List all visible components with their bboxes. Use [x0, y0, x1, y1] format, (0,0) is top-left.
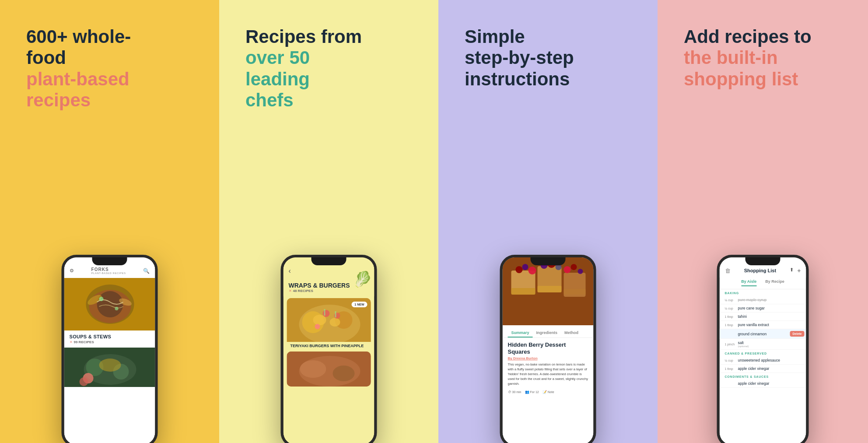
phone-4-section-condiments: CONDIMENTS & SAUCES — [720, 373, 806, 380]
phone-3-wrapper: Summary Ingredients Method Hidden Berry … — [438, 255, 658, 443]
svg-point-6 — [99, 297, 104, 301]
phone-4-tab-recipe[interactable]: By Recipe — [765, 279, 784, 286]
svg-point-29 — [333, 366, 355, 381]
phone-4: 🗑 Shopping List ⬆ + By Aisle By Recipe B… — [717, 255, 809, 443]
svg-point-14 — [80, 377, 88, 386]
phone-4-title: Shopping List — [744, 268, 776, 273]
phone-3-hero-svg — [503, 257, 594, 325]
phone-4-add-icon[interactable]: + — [797, 267, 801, 274]
panel-1: 600+ whole-food plant-based recipes ⚙ FO… — [0, 0, 219, 443]
svg-point-12 — [99, 359, 121, 372]
phone-3: Summary Ingredients Method Hidden Berry … — [500, 255, 596, 443]
svg-point-34 — [516, 266, 523, 273]
list-item: 1 tbsp tahini — [720, 313, 806, 321]
phone-3-note-icon: 📝 — [542, 390, 547, 394]
phone-4-section-baking: BAKING — [720, 289, 806, 296]
phone-3-meta-servings: 👥 For 12 — [525, 390, 539, 394]
phone-2-wrapper: ‹ 🥬 WRAPS & BURGERS ✕ 48 RECIPES — [219, 255, 438, 443]
phone-2-recipe-card-1[interactable]: 1 NEW TERIYAKI BURGERS WITH PINEAPPLE — [287, 298, 371, 350]
svg-rect-44 — [538, 286, 562, 292]
phone-3-recipe-author[interactable]: By Dreena Burton — [508, 356, 588, 360]
phone-2: ‹ 🥬 WRAPS & BURGERS ✕ 48 RECIPES — [281, 255, 377, 443]
svg-point-28 — [300, 360, 326, 378]
phone-1-category-1-sub: ✕ 99 RECIPES — [64, 340, 155, 348]
phone-3-people-icon: 👥 — [525, 390, 529, 394]
panel-2: Recipes from over 50 leading chefs ‹ 🥬 W… — [219, 0, 438, 443]
phone-2-screen: ‹ 🥬 WRAPS & BURGERS ✕ 48 RECIPES — [284, 257, 374, 443]
phone-4-header-icons: ⬆ + — [790, 267, 801, 274]
phone-2-recipe-img-2 — [287, 352, 371, 387]
phone-2-recipe-name-1: TERIYAKI BURGERS WITH PINEAPPLE — [287, 342, 371, 350]
phone-1-food-svg — [64, 278, 155, 330]
panel-4-headline: Add recipes to the built-in shopping lis… — [684, 26, 815, 90]
svg-rect-43 — [511, 288, 536, 295]
phone-3-content: Hidden Berry Dessert Squares By Dreena B… — [503, 338, 594, 397]
phone-1-category-1: SOUPS & STEWS — [64, 330, 155, 340]
svg-rect-24 — [324, 309, 326, 316]
list-item: apple cider vinegar — [720, 380, 806, 388]
phone-1-notch — [92, 257, 127, 265]
panel-3-headline: Simple step-by-step instructions — [465, 26, 596, 90]
phone-3-tab-summary[interactable]: Summary — [508, 329, 533, 338]
phone-1-food-image-2 — [64, 348, 155, 387]
phone-1-screen: ⚙ FORKS PLANT-BASED RECIPES 🔍 — [64, 257, 155, 443]
svg-point-21 — [323, 310, 330, 317]
phone-2-cat-sub: ✕ 48 RECIPES — [289, 289, 369, 293]
phone-1-logo: FORKS PLANT-BASED RECIPES — [91, 267, 126, 274]
list-item: 1 tbsp apple cider vinegar — [720, 365, 806, 373]
phone-3-recipe-title: Hidden Berry Dessert Squares — [508, 341, 588, 355]
svg-point-36 — [528, 267, 536, 274]
phone-4-delete-button[interactable]: Delete — [790, 331, 804, 337]
phone-2-recipe-svg-2 — [287, 352, 371, 387]
phone-4-wrapper: 🗑 Shopping List ⬆ + By Aisle By Recipe B… — [658, 255, 868, 443]
svg-point-23 — [315, 324, 320, 329]
phone-2-veg-illustration: 🥬 — [353, 271, 372, 288]
list-item: 1 tbsp pure vanilla extract — [720, 321, 806, 329]
phone-4-trash-icon[interactable]: 🗑 — [725, 267, 731, 274]
svg-point-40 — [564, 266, 571, 273]
phone-3-meta-time: ⏱ 30 min — [508, 390, 522, 394]
svg-rect-25 — [335, 311, 336, 317]
phone-3-meta: ⏱ 30 min 👥 For 12 📝 Note — [508, 390, 588, 394]
phone-3-screen: Summary Ingredients Method Hidden Berry … — [503, 257, 594, 443]
panel-3: Simple step-by-step instructions — [438, 0, 658, 443]
list-item-ground-cinnamon: ground cinnamon Delete — [720, 329, 806, 339]
phone-1: ⚙ FORKS PLANT-BASED RECIPES 🔍 — [62, 255, 158, 443]
phone-4-notch — [746, 257, 780, 265]
svg-point-7 — [115, 307, 119, 310]
panel-1-headline: 600+ whole-food plant-based recipes — [26, 26, 158, 111]
phone-4-share-icon[interactable]: ⬆ — [790, 267, 794, 274]
svg-point-20 — [330, 318, 340, 327]
phone-4-tab-aisle[interactable]: By Aisle — [741, 279, 756, 286]
phone-3-notch — [531, 257, 566, 265]
phone-3-tab-ingredients[interactable]: Ingredients — [533, 329, 561, 338]
svg-point-41 — [571, 264, 577, 270]
phone-4-section-canned: CANNED & PRESERVED — [720, 350, 806, 356]
panel-4: Add recipes to the built-in shopping lis… — [658, 0, 868, 443]
phone-1-food-svg-2 — [64, 348, 155, 387]
list-item: ¼ cup unsweetened applesauce — [720, 356, 806, 365]
svg-rect-45 — [564, 289, 586, 295]
svg-point-42 — [578, 269, 583, 274]
phone-1-food-image-1 — [64, 278, 155, 330]
phone-2-back[interactable]: ‹ — [289, 267, 291, 275]
phone-4-tabs: By Aisle By Recipe — [720, 278, 806, 289]
phone-2-notch — [312, 257, 346, 265]
phone-2-recipe-card-2[interactable] — [287, 352, 371, 387]
svg-point-35 — [522, 264, 528, 270]
phone-4-screen: 🗑 Shopping List ⬆ + By Aisle By Recipe B… — [720, 257, 806, 443]
phone-4-ground-cinnamon: ground cinnamon — [738, 332, 788, 336]
list-item: ¼ cup pure cane sugar — [720, 304, 806, 313]
phone-2-new-badge: 1 NEW — [351, 302, 367, 307]
phone-1-wrapper: ⚙ FORKS PLANT-BASED RECIPES 🔍 — [0, 255, 219, 443]
list-item: 1 pinch salt(optional) — [720, 339, 806, 350]
phone-3-tab-method[interactable]: Method — [561, 329, 582, 338]
phone-3-clock-icon: ⏱ — [508, 390, 511, 394]
phone-3-meta-note: 📝 Note — [542, 390, 554, 394]
phone-3-tabs: Summary Ingredients Method — [503, 325, 594, 338]
phone-3-recipe-desc: This vegan, no-bake variation on lemon b… — [508, 362, 588, 386]
phone-3-hero — [503, 257, 594, 325]
list-item: ¼ cup pure maple syrup — [720, 296, 806, 304]
panel-2-headline: Recipes from over 50 leading chefs — [245, 26, 377, 111]
phone-2-category-area: 🥬 WRAPS & BURGERS ✕ 48 RECIPES — [284, 278, 374, 296]
